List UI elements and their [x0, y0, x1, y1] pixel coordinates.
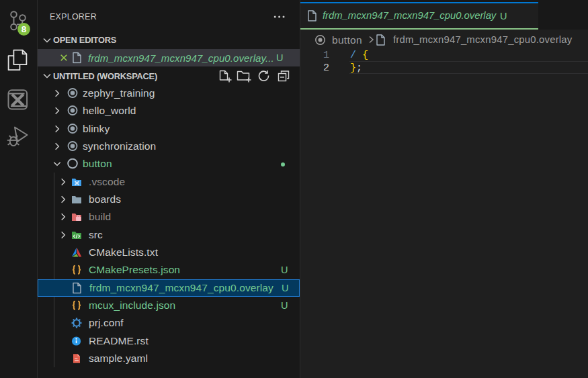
svg-text:8: 8: [22, 24, 27, 34]
